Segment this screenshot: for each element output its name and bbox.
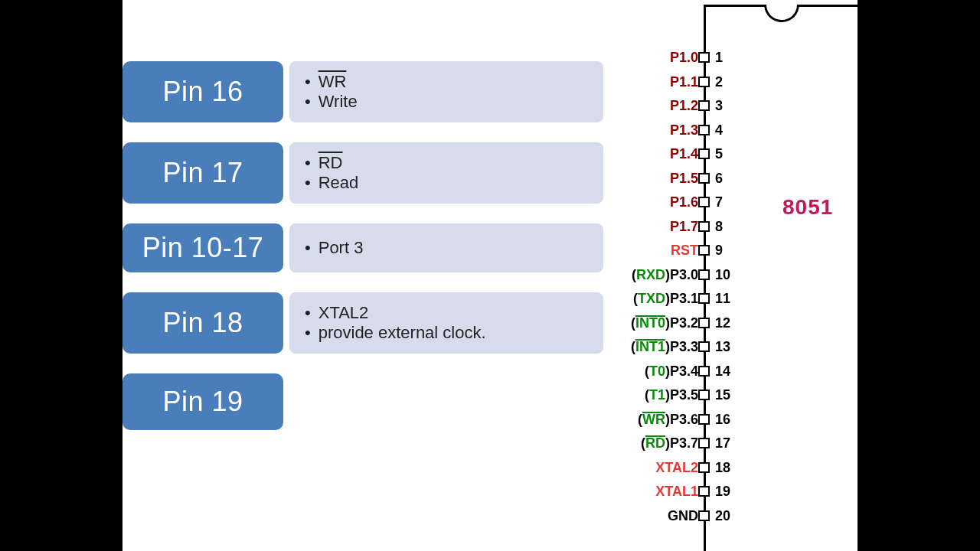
ic-pin-label: P1.4 xyxy=(670,142,698,167)
ic-pin-label: P1.3 xyxy=(670,119,698,143)
ic-pin-label: GND xyxy=(668,504,698,529)
ic-pin-number: 13 xyxy=(715,335,730,360)
ic-pin-box-icon xyxy=(698,318,710,328)
ic-pin-label: (T0)P3.4 xyxy=(645,360,698,384)
ic-pin-box-icon xyxy=(698,245,710,256)
ic-pin-row: (T0)P3.414 xyxy=(574,360,766,384)
chip-name-label: 8051 xyxy=(782,195,833,220)
ic-pin-box-icon xyxy=(698,173,710,184)
ic-pin-row: (TXD)P3.111 xyxy=(574,287,766,311)
pin-row: Pin 16WRWrite xyxy=(122,61,603,122)
pin-row: Pin 18XTAL2provide external clock. xyxy=(122,292,603,354)
pin-desc-item: provide external clock. xyxy=(305,323,591,343)
ic-pin-box-icon xyxy=(698,414,710,425)
ic-pin-label: P1.0 xyxy=(670,46,698,70)
pin-desc-item: XTAL2 xyxy=(305,303,591,323)
pin-desc-item: Port 3 xyxy=(305,238,591,258)
ic-pin-label: P1.2 xyxy=(670,94,698,119)
ic-pin-box-icon xyxy=(698,390,710,400)
ic-pin-box-icon xyxy=(698,125,710,135)
chip-notch-icon xyxy=(764,5,799,22)
pin-row: Pin 10-17Port 3 xyxy=(122,223,603,272)
pin-desc-item: Read xyxy=(305,173,591,193)
ic-pin-box-icon xyxy=(698,486,710,497)
ic-pin-number: 17 xyxy=(715,432,730,456)
ic-pin-number: 14 xyxy=(715,360,730,384)
pin-desc-item: WR xyxy=(305,72,591,92)
ic-pin-number: 20 xyxy=(715,504,730,529)
ic-pin-label: P1.6 xyxy=(670,191,698,215)
ic-pin-number: 7 xyxy=(715,191,723,215)
ic-pin-row: (INT1)P3.313 xyxy=(574,335,766,360)
ic-pin-label: (T1)P3.5 xyxy=(645,383,698,408)
pin-badge: Pin 17 xyxy=(122,142,283,204)
ic-pin-label: P1.7 xyxy=(670,215,698,240)
ic-pin-label: XTAL2 xyxy=(655,456,698,481)
ic-pin-label: (INT1)P3.3 xyxy=(631,335,698,360)
slide-stage: Pin 16WRWritePin 17RDReadPin 10-17Port 3… xyxy=(122,0,858,551)
ic-pin-row: XTAL119 xyxy=(574,480,766,504)
ic-pin-box-icon xyxy=(698,221,710,232)
ic-pin-number: 19 xyxy=(715,480,730,504)
ic-pin-row: GND20 xyxy=(574,504,766,529)
ic-pin-box-icon xyxy=(698,100,710,111)
ic-pin-box-icon xyxy=(698,438,710,448)
ic-pin-row: (RXD)P3.010 xyxy=(574,263,766,288)
ic-pin-row: (RD)P3.717 xyxy=(574,432,766,456)
ic-pin-row: (T1)P3.515 xyxy=(574,383,766,408)
ic-pin-box-icon xyxy=(698,269,710,280)
ic-pin-label: (INT0)P3.2 xyxy=(631,311,698,336)
ic-pin-number: 10 xyxy=(715,263,730,288)
ic-pin-row: (INT0)P3.212 xyxy=(574,311,766,336)
ic-pin-row: P1.12 xyxy=(574,70,766,95)
ic-pin-number: 5 xyxy=(715,142,723,167)
ic-pin-box-icon xyxy=(698,510,710,521)
ic-pin-label: (WR)P3.6 xyxy=(638,408,698,432)
ic-pin-number: 12 xyxy=(715,311,730,336)
ic-pin-number: 16 xyxy=(715,408,730,432)
ic-pin-label: RST xyxy=(671,239,698,263)
ic-pin-box-icon xyxy=(698,148,710,159)
ic-pin-number: 15 xyxy=(715,383,730,408)
ic-pin-label: (TXD)P3.1 xyxy=(633,287,698,311)
ic-pin-box-icon xyxy=(698,462,710,473)
pin-badge: Pin 16 xyxy=(122,61,283,122)
ic-pin-number: 3 xyxy=(715,94,723,119)
ic-pin-number: 18 xyxy=(715,456,730,481)
ic-pin-box-icon xyxy=(698,77,710,87)
ic-pin-row: P1.01 xyxy=(574,46,766,70)
ic-pin-label: (RD)P3.7 xyxy=(641,432,698,456)
pin-column-left: P1.01P1.12P1.23P1.34P1.45P1.56P1.67P1.78… xyxy=(574,46,766,528)
ic-pin-number: 2 xyxy=(715,70,723,95)
ic-pin-row: RST9 xyxy=(574,239,766,263)
ic-pin-label: XTAL1 xyxy=(655,480,698,504)
ic-pin-box-icon xyxy=(698,341,710,352)
ic-pin-number: 1 xyxy=(715,46,723,70)
pin-row: Pin 17RDRead xyxy=(122,142,603,204)
ic-pin-number: 11 xyxy=(715,287,730,311)
pin-desc: Port 3 xyxy=(289,223,603,272)
ic-pin-row: P1.67 xyxy=(574,191,766,215)
ic-pin-number: 8 xyxy=(715,215,723,240)
ic-pin-label: (RXD)P3.0 xyxy=(632,263,698,288)
ic-pin-box-icon xyxy=(698,197,710,207)
pin-desc-item: Write xyxy=(305,92,591,112)
ic-pin-number: 9 xyxy=(715,239,723,263)
pin-badge: Pin 18 xyxy=(122,292,283,354)
ic-pin-row: XTAL218 xyxy=(574,456,766,481)
ic-pin-row: (WR)P3.616 xyxy=(574,408,766,432)
ic-pin-box-icon xyxy=(698,366,710,377)
pin-desc-item: RD xyxy=(305,153,591,173)
ic-pin-box-icon xyxy=(698,293,710,304)
ic-pin-box-icon xyxy=(698,52,710,63)
ic-diagram: 8051 P1.01P1.12P1.23P1.34P1.45P1.56P1.67… xyxy=(574,0,858,551)
ic-pin-row: P1.56 xyxy=(574,167,766,191)
pin-desc: XTAL2provide external clock. xyxy=(289,292,603,354)
pin-badge: Pin 10-17 xyxy=(122,223,283,272)
ic-pin-label: P1.5 xyxy=(670,167,698,191)
pin-row: Pin 19 xyxy=(122,373,283,430)
ic-pin-row: P1.45 xyxy=(574,142,766,167)
ic-pin-row: P1.34 xyxy=(574,119,766,143)
pin-badge: Pin 19 xyxy=(122,373,283,430)
ic-pin-label: P1.1 xyxy=(670,70,698,95)
